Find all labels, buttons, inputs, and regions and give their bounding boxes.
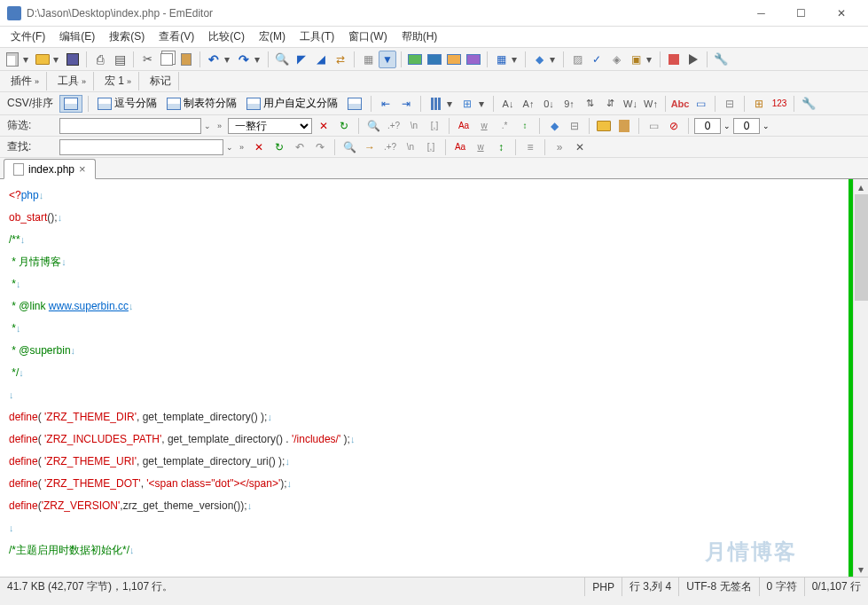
- undo-dropdown[interactable]: ▾: [224, 53, 233, 66]
- copy-button[interactable]: [158, 51, 176, 68]
- find-count-button[interactable]: ≡: [521, 138, 539, 156]
- find-inc-button[interactable]: 🔍: [340, 138, 358, 156]
- extract-button[interactable]: ⊟: [721, 95, 739, 113]
- filter-bookmark-button[interactable]: ◆: [545, 117, 563, 135]
- columns-button[interactable]: [426, 95, 444, 113]
- col-right-button[interactable]: ⇥: [397, 95, 415, 113]
- status-enc[interactable]: UTF-8 无签名: [679, 578, 759, 596]
- redo-dropdown[interactable]: ▾: [254, 53, 263, 66]
- filter-more-icon[interactable]: »: [217, 122, 222, 130]
- find-regex2-button[interactable]: .+?: [381, 138, 399, 156]
- vertical-scrollbar[interactable]: ▴ ▾: [853, 179, 868, 577]
- menu-window[interactable]: 窗口(W): [341, 27, 394, 47]
- save-button[interactable]: [64, 51, 82, 68]
- editor[interactable]: <?php↓ ob_start();↓ /**↓ * 月情博客↓ *↓ * @l…: [0, 179, 868, 577]
- menu-tools[interactable]: 工具(T): [293, 27, 341, 47]
- filter-word-button[interactable]: w: [475, 117, 493, 135]
- grep-button[interactable]: ▦: [359, 51, 377, 68]
- close-button[interactable]: ✕: [821, 1, 861, 26]
- csv-tab-button[interactable]: 制表符分隔: [163, 94, 240, 113]
- menu-view[interactable]: 查看(V): [152, 27, 201, 47]
- filter-button[interactable]: ▼: [379, 51, 396, 68]
- filter-input[interactable]: [59, 118, 201, 134]
- dup-button[interactable]: ▭: [692, 95, 709, 113]
- filter-abort-button[interactable]: ⊘: [665, 117, 683, 135]
- menu-search[interactable]: 搜索(S): [102, 27, 152, 47]
- find-advanced-button[interactable]: »: [551, 138, 568, 156]
- header-button[interactable]: ⊞: [458, 95, 476, 113]
- filter-refresh-button[interactable]: ↻: [335, 117, 353, 135]
- scroll-thumb[interactable]: [855, 194, 868, 301]
- open-button[interactable]: [34, 51, 51, 68]
- find-num2-button[interactable]: [,]: [422, 138, 440, 156]
- filter-block-button[interactable]: ▭: [645, 117, 662, 135]
- maximize-button[interactable]: ☐: [781, 1, 821, 26]
- col-left-button[interactable]: ⇤: [377, 95, 395, 113]
- minimize-button[interactable]: ─: [741, 1, 781, 26]
- status-lang[interactable]: PHP: [585, 578, 622, 596]
- new-dropdown[interactable]: ▾: [23, 53, 32, 66]
- columns-dropdown[interactable]: ▾: [447, 98, 456, 110]
- tab-close-icon[interactable]: ×: [79, 162, 86, 176]
- tool4-button[interactable]: ▣: [627, 51, 645, 68]
- menu-compare[interactable]: 比较(C): [201, 27, 252, 47]
- plugins-tab[interactable]: 插件»: [4, 72, 47, 90]
- wrench-button[interactable]: 🔧: [712, 51, 730, 68]
- sort-09-button[interactable]: 0↓: [540, 95, 558, 113]
- find-more-icon[interactable]: »: [239, 143, 244, 152]
- tools-tab[interactable]: 工具»: [51, 72, 94, 90]
- sort-90-button[interactable]: 9↑: [560, 95, 578, 113]
- highlight-button[interactable]: Abc: [671, 95, 689, 113]
- find-wrap-button[interactable]: ↕: [492, 138, 510, 156]
- find-case2-button[interactable]: Aa: [451, 138, 469, 156]
- sort-az-button[interactable]: A↓: [499, 95, 517, 113]
- macros-tab[interactable]: 宏 1»: [98, 72, 139, 90]
- view3-button[interactable]: [445, 51, 463, 68]
- tool1-button[interactable]: ▨: [568, 51, 586, 68]
- menu-help[interactable]: 帮助(H): [395, 27, 445, 47]
- header-dropdown[interactable]: ▾: [479, 98, 488, 110]
- find-prev2-button[interactable]: ↶: [291, 138, 309, 156]
- filter-after-input[interactable]: [733, 118, 760, 134]
- csv-settings-button[interactable]: 🔧: [800, 95, 817, 113]
- sort-word2-button[interactable]: W↑: [642, 95, 660, 113]
- scroll-down-button[interactable]: ▾: [854, 562, 868, 577]
- menu-macro[interactable]: 宏(M): [252, 27, 293, 47]
- sort-len2-button[interactable]: ⇵: [601, 95, 619, 113]
- paste-button[interactable]: [177, 51, 195, 68]
- file-tab[interactable]: index.php ×: [4, 159, 96, 179]
- tool3-button[interactable]: ◈: [607, 51, 625, 68]
- filter-find-button[interactable]: 🔍: [364, 117, 382, 135]
- filter-nl-button[interactable]: \n: [405, 117, 423, 135]
- find-button[interactable]: 🔍: [273, 51, 291, 68]
- filter-whole-button[interactable]: ↕: [516, 117, 534, 135]
- filter-case-button[interactable]: Aa: [455, 117, 473, 135]
- cut-button[interactable]: ✂: [138, 51, 156, 68]
- new-button[interactable]: [4, 51, 21, 68]
- filter-save-button[interactable]: [615, 117, 633, 135]
- csv-user-button[interactable]: 用户自定义分隔: [243, 94, 341, 113]
- config-button[interactable]: ▦: [492, 51, 510, 68]
- find-go-button[interactable]: →: [361, 138, 379, 156]
- bookmark-dropdown[interactable]: ▾: [550, 53, 559, 66]
- tool4-dropdown[interactable]: ▾: [646, 53, 655, 66]
- print-button[interactable]: ⎙: [91, 51, 109, 68]
- config-dropdown[interactable]: ▾: [512, 53, 520, 66]
- find-clear-button[interactable]: ✕: [250, 138, 268, 156]
- tool2-button[interactable]: ✓: [588, 51, 606, 68]
- filter-clear-button[interactable]: ✕: [315, 117, 332, 135]
- sort-word-button[interactable]: W↓: [622, 95, 639, 113]
- play-button[interactable]: [684, 51, 702, 68]
- marks-tab[interactable]: 标记: [143, 72, 179, 90]
- scroll-up-button[interactable]: ▴: [854, 179, 868, 194]
- bookmark-button[interactable]: ◆: [530, 51, 548, 68]
- editor-content[interactable]: <?php↓ ob_start();↓ /**↓ * 月情博客↓ *↓ * @l…: [0, 179, 868, 567]
- view4-button[interactable]: [465, 51, 482, 68]
- view2-button[interactable]: [426, 51, 443, 68]
- preview-button[interactable]: ▤: [111, 51, 129, 68]
- sort-za-button[interactable]: A↑: [520, 95, 537, 113]
- view1-button[interactable]: [406, 51, 424, 68]
- csv-normal-button[interactable]: [59, 95, 82, 113]
- find-dropdown-icon[interactable]: ⌄: [226, 143, 233, 152]
- filter-bracket-button[interactable]: [,]: [426, 117, 443, 135]
